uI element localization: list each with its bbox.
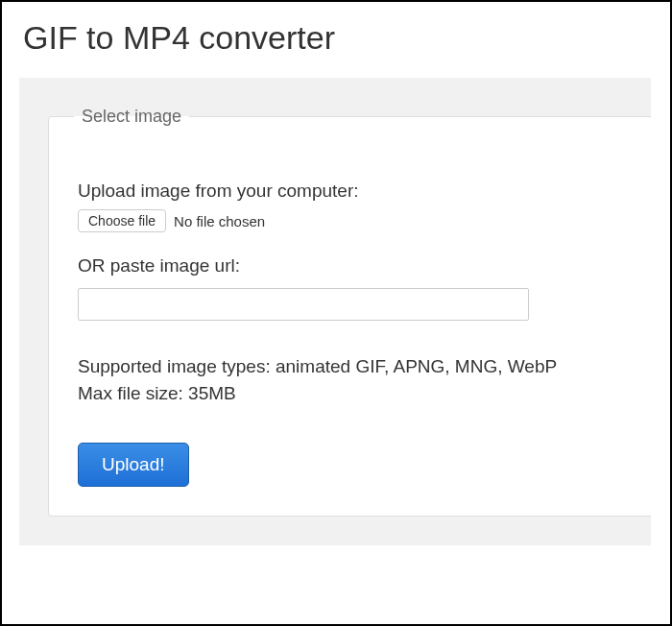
paste-url-label: OR paste image url:: [78, 255, 622, 277]
file-status-text: No file chosen: [174, 213, 265, 229]
paste-url-block: OR paste image url:: [78, 255, 622, 321]
fieldset-legend: Select image: [74, 107, 189, 127]
form-panel: Select image Upload image from your comp…: [19, 78, 651, 545]
page-title: GIF to MP4 converter: [23, 19, 651, 57]
upload-label: Upload image from your computer:: [78, 181, 622, 202]
choose-file-button[interactable]: Choose file: [78, 209, 166, 232]
select-image-fieldset: Select image Upload image from your comp…: [48, 107, 651, 517]
upload-button[interactable]: Upload!: [78, 443, 189, 487]
image-url-input[interactable]: [78, 288, 529, 321]
info-block: Supported image types: animated GIF, APN…: [78, 353, 622, 406]
supported-types-text: Supported image types: animated GIF, APN…: [78, 353, 622, 380]
max-file-size-text: Max file size: 35MB: [78, 380, 622, 407]
upload-from-computer-block: Upload image from your computer: Choose …: [78, 181, 622, 232]
